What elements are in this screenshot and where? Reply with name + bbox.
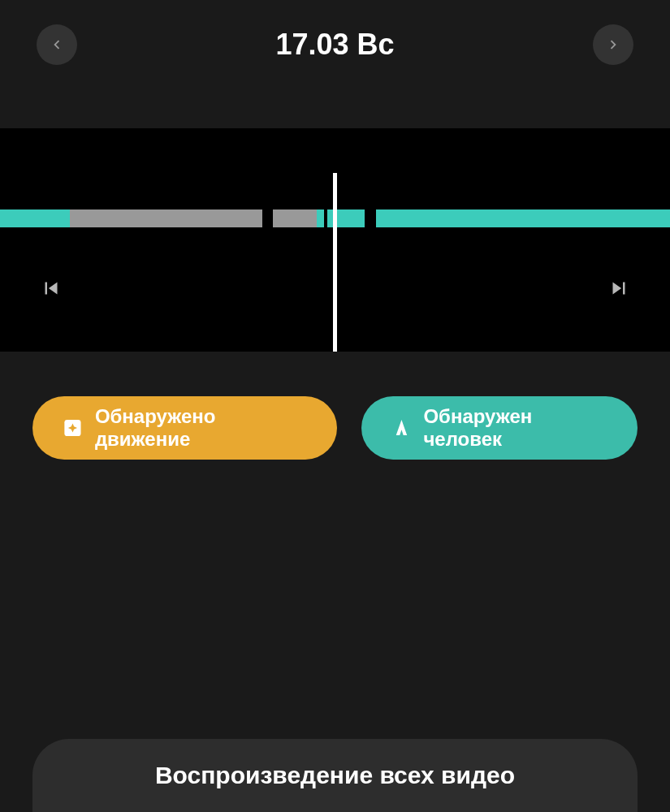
prev-clip-button[interactable] xyxy=(39,276,63,304)
timeline[interactable] xyxy=(0,128,670,352)
skip-previous-icon xyxy=(39,276,63,300)
date-header: 17.03 Вс xyxy=(0,0,670,89)
timeline-playhead[interactable] xyxy=(333,173,337,352)
chevron-left-icon xyxy=(48,36,66,54)
sparkle-icon xyxy=(62,417,84,439)
play-all-button[interactable]: Воспроизведение всех видео xyxy=(32,739,638,812)
person-icon xyxy=(391,417,413,439)
timeline-segment xyxy=(0,209,70,227)
timeline-segment xyxy=(273,209,317,227)
filter-label: Обнаружено движение xyxy=(95,405,308,451)
filter-row: Обнаружено движение Обнаружен человек xyxy=(0,352,670,460)
timeline-segment xyxy=(262,209,273,227)
person-filter-button[interactable]: Обнаружен человек xyxy=(361,396,638,460)
chevron-right-icon xyxy=(604,36,622,54)
next-clip-button[interactable] xyxy=(607,276,631,304)
play-all-label: Воспроизведение всех видео xyxy=(155,762,515,789)
timeline-segment xyxy=(365,209,376,227)
timeline-segment xyxy=(376,209,670,227)
timeline-segment xyxy=(70,209,262,227)
timeline-segment xyxy=(317,209,324,227)
prev-day-button[interactable] xyxy=(37,24,77,65)
skip-next-icon xyxy=(607,276,631,300)
next-day-button[interactable] xyxy=(593,24,633,65)
motion-filter-button[interactable]: Обнаружено движение xyxy=(32,396,337,460)
date-title: 17.03 Вс xyxy=(275,28,394,62)
filter-label: Обнаружен человек xyxy=(423,405,608,451)
